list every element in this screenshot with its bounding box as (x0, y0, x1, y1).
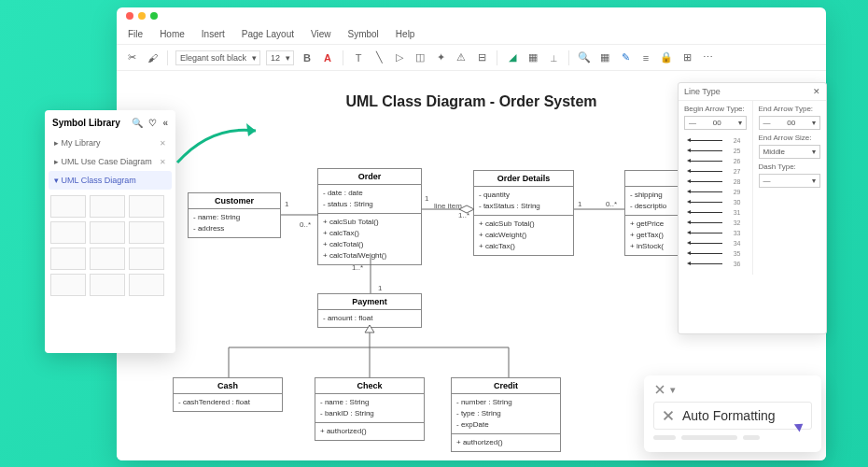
arrow-type-list: 24252627282930313233343536 (684, 134, 747, 271)
shape-thumbnail[interactable] (90, 195, 125, 218)
end-size-select[interactable]: Middle ▾ (759, 145, 821, 159)
arrow-type-option[interactable]: 32 (690, 218, 741, 228)
class-name: Credit (452, 378, 560, 394)
warning-icon[interactable]: ⚠ (454, 50, 469, 65)
crop-icon[interactable]: ⟂ (546, 50, 561, 65)
arrow-type-option[interactable]: 30 (690, 197, 741, 207)
uml-class-customer[interactable]: Customer - name: String - address (188, 192, 281, 238)
menu-page-layout[interactable]: Page Layout (242, 29, 294, 39)
grid-icon[interactable]: ▦ (597, 50, 612, 65)
arrow-type-option[interactable]: 25 (690, 146, 741, 156)
arrow-type-option[interactable]: 31 (690, 207, 741, 218)
class-methods: + calcSub Total() + calcTax() + calcTota… (318, 214, 421, 264)
font-size-select[interactable]: 12 ▾ (266, 50, 294, 65)
class-methods: + authorized() (452, 434, 560, 451)
menu-file[interactable]: File (128, 29, 143, 39)
uml-class-credit[interactable]: Credit - number : String - type : String… (451, 377, 561, 452)
chevron-down-icon[interactable]: ▾ (670, 384, 676, 396)
close-icon[interactable]: ✕ (813, 87, 820, 96)
dash-type-select[interactable]: — ▾ (759, 174, 821, 188)
fill-icon[interactable]: ◢ (505, 50, 520, 65)
shape-thumbnail[interactable] (90, 274, 125, 296)
arrow-type-option[interactable]: 34 (690, 238, 741, 248)
arrow-type-option[interactable]: 28 (690, 177, 741, 187)
uml-class-partial[interactable]: - shipping - descriptio + getPrice + get… (624, 170, 680, 256)
shape-thumbnail[interactable] (129, 274, 164, 296)
heart-icon[interactable]: ♡ (148, 118, 157, 128)
search-icon[interactable]: 🔍 (132, 118, 143, 128)
shape-thumbnail[interactable] (50, 248, 86, 270)
uml-class-order[interactable]: Order - date : date - status : String + … (317, 168, 422, 265)
arrow-type-option[interactable]: 24 (690, 135, 741, 146)
pointer-icon[interactable]: ▷ (392, 50, 407, 65)
shape-thumbnail[interactable] (50, 195, 86, 218)
bold-icon[interactable]: B (300, 50, 315, 65)
multiplicity-label: 1 (285, 200, 288, 208)
line-type-panel[interactable]: Line Type ✕ Begin Arrow Type: —00 ▾ 2425… (678, 82, 827, 334)
shape-thumbnail[interactable] (129, 195, 164, 218)
text-tool-icon[interactable]: T (351, 50, 366, 65)
menu-home[interactable]: Home (160, 29, 185, 39)
close-window-icon[interactable] (126, 12, 133, 20)
group-icon[interactable]: ⊞ (679, 50, 694, 65)
shape-thumbnail[interactable] (50, 221, 86, 244)
menu-insert[interactable]: Insert (202, 29, 225, 39)
line-style-icon[interactable]: ≡ (638, 50, 653, 65)
close-icon[interactable]: ✕ (160, 158, 166, 166)
shape-thumbnail[interactable] (90, 248, 125, 270)
uml-class-order-details[interactable]: Order Details - quantity - taxStatus : S… (473, 170, 574, 256)
panel-title: Symbol Library (52, 118, 120, 128)
shape-thumbnail[interactable] (129, 248, 164, 270)
line-tool-icon[interactable]: ╲ (371, 50, 386, 65)
uml-class-cash[interactable]: Cash - cashTendered : float (173, 377, 283, 412)
auto-formatting-button[interactable]: Auto Formatting (653, 402, 812, 430)
layers-icon[interactable]: ◫ (413, 50, 427, 65)
arrow-type-option[interactable]: 29 (690, 187, 741, 197)
align-icon[interactable]: ⊟ (474, 50, 489, 65)
sidebar-item-usecase[interactable]: ▸ UML Use Case Diagram✕ (45, 152, 175, 171)
class-attributes: - quantity - taxStatus : String (474, 187, 573, 216)
panel-title: Line Type (684, 87, 721, 96)
multiplicity-label: 0..* (606, 200, 617, 208)
begin-arrow-select[interactable]: —00 ▾ (684, 116, 747, 130)
search-icon[interactable]: 🔍 (577, 50, 592, 65)
sidebar-item-class-diagram[interactable]: ▾ UML Class Diagram (49, 171, 172, 190)
font-family-select[interactable]: Elegant soft black ▾ (175, 50, 260, 65)
font-color-icon[interactable]: A (320, 50, 335, 65)
camera-icon[interactable]: ▦ (525, 50, 540, 65)
shape-thumbnail[interactable] (50, 274, 86, 296)
menu-bar: File Home Insert Page Layout View Symbol… (117, 24, 826, 45)
arrow-type-option[interactable]: 26 (690, 156, 741, 166)
menu-view[interactable]: View (311, 29, 331, 39)
symbol-library-panel[interactable]: Symbol Library 🔍 ♡ « ▸ My Library✕ ▸ UML… (45, 110, 175, 353)
paintbrush-icon[interactable]: 🖌 (145, 50, 160, 65)
end-arrow-label: End Arrow Type: (759, 105, 821, 113)
uml-class-check[interactable]: Check - name : String - bankID : String … (315, 377, 425, 441)
more-icon[interactable]: ⋯ (700, 50, 715, 65)
arrow-type-option[interactable]: 33 (690, 228, 741, 238)
close-icon[interactable]: ✕ (160, 139, 166, 148)
arrow-type-option[interactable]: 35 (690, 248, 741, 259)
shape-thumbnail[interactable] (90, 221, 125, 244)
class-attributes: - date : date - status : String (318, 185, 421, 214)
sidebar-item-my-library[interactable]: ▸ My Library✕ (45, 134, 175, 152)
window-titlebar (117, 7, 826, 24)
collapse-icon[interactable]: « (162, 118, 168, 128)
menu-help[interactable]: Help (396, 29, 415, 39)
cut-icon[interactable]: ✂ (124, 50, 139, 65)
shape-thumbnail[interactable] (129, 221, 164, 244)
multiplicity-label: 1 (578, 200, 581, 208)
menu-symbol[interactable]: Symbol (348, 29, 379, 39)
end-arrow-select[interactable]: —00 ▾ (759, 116, 821, 130)
uml-class-payment[interactable]: Payment - amount : float (317, 293, 422, 328)
lock-icon[interactable]: 🔒 (659, 50, 674, 65)
relation-label: line item (434, 202, 462, 210)
effects-icon[interactable]: ✦ (433, 50, 448, 65)
arrow-type-option[interactable]: 36 (690, 259, 741, 269)
maximize-window-icon[interactable] (150, 12, 158, 20)
arrow-type-option[interactable]: 27 (690, 166, 741, 177)
diagram-title: UML Class Diagram - Order System (345, 93, 596, 110)
class-name: Cash (174, 378, 282, 394)
minimize-window-icon[interactable] (138, 12, 146, 20)
pen-icon[interactable]: ✎ (618, 50, 633, 65)
